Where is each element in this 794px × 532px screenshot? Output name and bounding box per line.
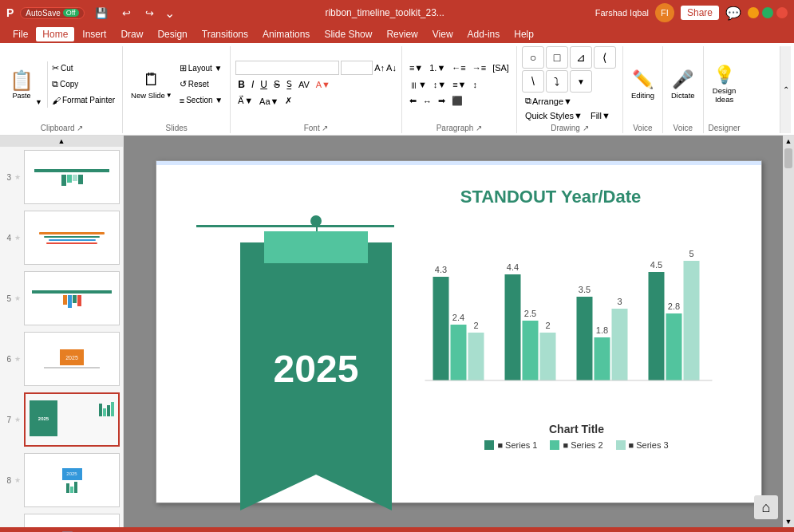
slide-thumb-3[interactable]: 3 ★ [0, 147, 123, 207]
menu-insert[interactable]: Insert [76, 27, 113, 41]
copy-button[interactable]: ⧉ Copy [49, 77, 117, 92]
align-text-button[interactable]: ≡▼ [450, 77, 468, 92]
design-ideas-button[interactable]: 💡 Design Ideas [709, 63, 740, 105]
slide-thumb-7[interactable]: 7 ★ 2025 [0, 389, 123, 450]
minimize-button[interactable]: — [748, 7, 759, 18]
save-icon[interactable]: 💾 [91, 6, 112, 21]
editing-button[interactable]: ✏️ Editing [628, 68, 658, 101]
slide-thumb-4[interactable]: 4 ★ [0, 207, 123, 268]
justify-button[interactable]: ⬛ [449, 94, 465, 108]
shape-item[interactable]: ⟨ [594, 46, 616, 69]
menu-design[interactable]: Design [151, 27, 193, 41]
underline-button[interactable]: U [258, 77, 270, 92]
more-tools-icon[interactable]: ⌄ [164, 6, 175, 21]
slide-scroll-up[interactable]: ▲ [0, 136, 123, 147]
bold-button[interactable]: B [235, 77, 247, 92]
font-expand-icon[interactable]: ↗ [322, 124, 328, 132]
ribbon-collapse-button[interactable]: ⌃ [780, 46, 791, 133]
format-painter-button[interactable]: 🖌 Format Painter [49, 93, 117, 108]
shape-item[interactable]: ○ [522, 46, 544, 69]
paragraph-expand-icon[interactable]: ↗ [476, 124, 482, 132]
redo-icon[interactable]: ↪ [141, 6, 158, 21]
maximize-button[interactable]: □ [762, 7, 773, 18]
decrease-font-size-button[interactable]: A↓ [386, 63, 397, 73]
slide-thumb-5[interactable]: 5 ★ [0, 268, 123, 329]
paste-button[interactable]: 📋 Paste ▼ [6, 61, 45, 108]
align-left-button[interactable]: ⬅ [407, 94, 419, 108]
layout-button[interactable]: ⊞ Layout ▼ [177, 61, 225, 76]
shape-item[interactable]: □ [546, 46, 568, 69]
comments-icon[interactable]: 💬 [725, 6, 741, 21]
shape-item[interactable]: ⊿ [570, 46, 592, 69]
canvas-scrollbar[interactable]: ▲ ▼ [783, 136, 794, 527]
align-right-button[interactable]: ➡ [436, 94, 448, 108]
new-slide-dropdown[interactable]: ▼ [166, 92, 172, 99]
slide-star[interactable]: ★ [14, 234, 21, 242]
text-direction-button[interactable]: A⃗▼ [235, 94, 255, 108]
menu-review[interactable]: Review [380, 27, 424, 41]
quick-styles-button[interactable]: Quick Styles▼ [522, 109, 586, 122]
font-size-input[interactable]: 19 [341, 61, 373, 75]
undo-icon[interactable]: ↩ [118, 6, 135, 21]
section-button[interactable]: ≡ Section ▼ [177, 93, 225, 108]
slide-thumb-6[interactable]: 6 ★ 2025 [0, 329, 123, 389]
new-slide-button[interactable]: 🗒 New Slide ▼ [128, 68, 176, 101]
menu-home[interactable]: Home [36, 27, 74, 41]
numbering-button[interactable]: 1.▼ [427, 61, 448, 75]
slide-star[interactable]: ★ [14, 416, 21, 424]
slide-thumb-9[interactable]: 9 ★ [0, 510, 123, 527]
font-size-adj-button[interactable]: Aa▼ [257, 94, 281, 108]
shape-item[interactable]: \ [522, 70, 544, 93]
bullets-button[interactable]: ≡▼ [407, 61, 425, 75]
increase-indent-button[interactable]: →≡ [470, 61, 488, 75]
slide-thumb-8[interactable]: 8 ★ 2025 [0, 450, 123, 510]
decrease-indent-button[interactable]: ←≡ [449, 61, 468, 75]
close-button[interactable]: ✕ [776, 7, 788, 18]
drawing-expand-icon[interactable]: ↗ [583, 124, 589, 132]
slide-star[interactable]: ★ [14, 173, 21, 181]
slide-star[interactable]: ★ [14, 476, 21, 484]
shape-item[interactable]: ⤵ [546, 70, 568, 93]
paste-dropdown-icon[interactable]: ▼ [35, 98, 42, 106]
font-color-button[interactable]: A▼ [314, 77, 333, 92]
share-button[interactable]: Share [681, 6, 719, 20]
char-spacing-button[interactable]: AV [296, 77, 312, 92]
shape-fill-button[interactable]: Fill▼ [587, 109, 614, 122]
arrange-button[interactable]: ⧉ Arrange▼ [522, 94, 575, 108]
menu-view[interactable]: View [426, 27, 460, 41]
menu-transitions[interactable]: Transitions [196, 27, 255, 41]
canvas-scroll-thumb[interactable] [784, 148, 792, 168]
reset-button[interactable]: ↺ Reset [177, 77, 225, 92]
canvas-scroll-up-icon[interactable]: ▲ [785, 137, 792, 145]
font-name-input[interactable] [235, 61, 339, 75]
strikethrough-button[interactable]: S [271, 77, 282, 92]
avatar[interactable]: FI [655, 3, 674, 22]
increase-font-size-button[interactable]: A↑ [374, 63, 385, 73]
menu-help[interactable]: Help [508, 27, 540, 41]
clear-format-button[interactable]: ✗ [282, 94, 294, 108]
slide-thumbnail [24, 271, 120, 325]
slide-canvas[interactable]: STANDOUT Year/Date January 2025 [156, 160, 762, 503]
menu-addins[interactable]: Add-ins [461, 27, 507, 41]
menu-animations[interactable]: Animations [256, 27, 316, 41]
autosave-toggle[interactable]: Off [63, 9, 79, 17]
text-direction-para-button[interactable]: ↕▼ [431, 77, 448, 92]
col-button[interactable]: ⫼▼ [407, 77, 429, 92]
fit-slide-button[interactable]: ⌂ [754, 495, 778, 519]
slide-star[interactable]: ★ [14, 355, 21, 363]
cut-button[interactable]: ✂ Cut [49, 61, 117, 76]
menu-file[interactable]: File [6, 27, 34, 41]
dictate-button[interactable]: 🎤 Dictate [668, 68, 698, 101]
clipboard-expand-icon[interactable]: ↗ [77, 124, 83, 132]
autosave-control[interactable]: AutoSave Off [20, 7, 84, 19]
align-center-button[interactable]: ↔ [421, 94, 434, 108]
italic-button[interactable]: I [249, 77, 256, 92]
shadow-button[interactable]: S̲ [284, 77, 294, 92]
canvas-scroll-down-icon[interactable]: ▼ [785, 518, 792, 526]
menu-slideshow[interactable]: Slide Show [318, 27, 378, 41]
menu-draw[interactable]: Draw [114, 27, 149, 41]
shapes-more-button[interactable]: ▼ [570, 70, 592, 93]
smart-art-button[interactable]: [SA] [490, 61, 512, 75]
slide-star[interactable]: ★ [14, 294, 21, 302]
line-spacing-button[interactable]: ↕ [471, 77, 480, 92]
